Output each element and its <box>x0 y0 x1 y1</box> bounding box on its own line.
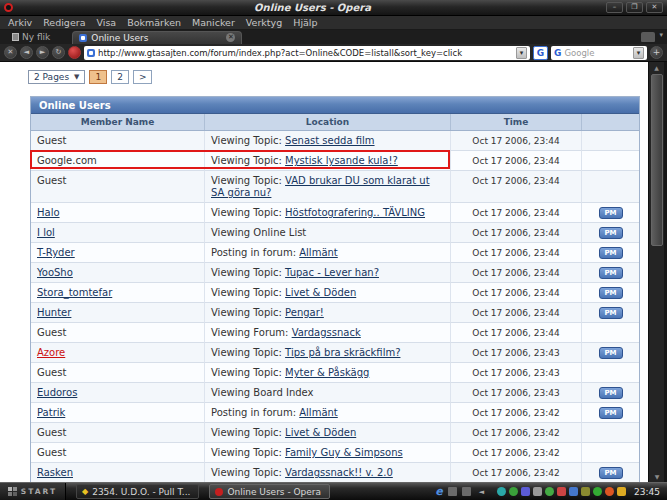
time-cell: Oct 17 2006, 23:44 <box>451 303 582 323</box>
pm-button[interactable]: PM <box>599 267 623 279</box>
member-link[interactable]: Hunter <box>37 307 71 318</box>
location-cell: Viewing Topic: Livet & Döden <box>205 423 451 443</box>
forward-button[interactable]: ► <box>36 46 49 59</box>
location-topic-link[interactable]: Family Guy & Simpsons <box>285 447 403 458</box>
pm-button[interactable]: PM <box>599 387 623 399</box>
url-input[interactable]: http://www.gtasajten.com/forum/index.php… <box>84 46 530 60</box>
tray-icon-green2[interactable] <box>593 487 602 496</box>
pm-button[interactable]: PM <box>599 467 623 479</box>
start-button[interactable]: Start <box>0 483 66 500</box>
location-cell: Viewing Forum: Vardagssnack <box>205 323 451 343</box>
pm-button[interactable]: PM <box>599 287 623 299</box>
location-topic-link[interactable]: Mystisk lysande kula!? <box>285 155 398 166</box>
close-button[interactable]: ✕ <box>646 2 663 13</box>
member-link[interactable]: I lol <box>37 227 55 238</box>
tray-icon-flame[interactable] <box>605 487 614 496</box>
member-link[interactable]: YooSho <box>37 267 73 278</box>
location-topic-link[interactable]: Allmänt <box>299 247 338 258</box>
task-button-opera[interactable]: Online Users - Opera <box>209 484 330 499</box>
member-name-cell: Hunter <box>31 303 205 323</box>
window-titlebar: Online Users - Opera – ❐ ✕ <box>0 0 667 16</box>
page-2-button[interactable]: 2 <box>111 70 129 84</box>
menu-bokmarken[interactable]: Bokmärken <box>127 17 181 28</box>
tab-close-icon[interactable]: ✕ <box>226 33 235 42</box>
location-topic-link[interactable]: Livet & Döden <box>285 287 356 298</box>
tray-icon-yellow[interactable] <box>617 487 626 496</box>
menu-manicker[interactable]: Manicker <box>192 17 235 28</box>
quick-launch-icon[interactable] <box>462 487 471 496</box>
menu-hjalp[interactable]: Hjälp <box>293 17 317 28</box>
member-link[interactable]: Eudoros <box>37 387 77 398</box>
go-button[interactable]: + <box>650 46 663 59</box>
pm-button[interactable]: PM <box>599 227 623 239</box>
internet-explorer-icon[interactable]: e <box>435 485 442 498</box>
restore-button[interactable]: ❐ <box>626 2 643 13</box>
member-link[interactable]: Azore <box>37 347 65 358</box>
address-bar: ✕ ◄ ► ↻ http://www.gtasajten.com/forum/i… <box>0 44 667 62</box>
show-desktop-icon[interactable] <box>448 487 457 496</box>
menu-verktyg[interactable]: Verktyg <box>246 17 282 28</box>
time-cell: Oct 17 2006, 23:44 <box>451 283 582 303</box>
pm-button[interactable]: PM <box>599 407 623 419</box>
tray-icon-green-person[interactable] <box>545 487 554 496</box>
window-scrollbar[interactable]: ▲ ▼ <box>648 62 664 482</box>
location-topic-link[interactable]: Senast sedda film <box>285 135 374 146</box>
page-1-button[interactable]: 1 <box>89 70 107 84</box>
scroll-down-icon[interactable]: ▼ <box>649 471 665 482</box>
member-name-cell: Guest <box>31 363 205 383</box>
pm-button[interactable]: PM <box>599 347 623 359</box>
column-time: Time <box>451 114 582 130</box>
tray-icon-indigo[interactable] <box>521 487 530 496</box>
member-link[interactable]: Rasken <box>37 467 73 478</box>
location-topic-link[interactable]: Tips på bra skräckfilm? <box>285 347 400 358</box>
search-input[interactable]: G Google ▾ <box>551 46 647 60</box>
search-dropdown-caret[interactable]: ▾ <box>633 47 644 59</box>
location-topic-link[interactable]: Livet & Döden <box>285 427 356 438</box>
location-topic-link[interactable]: Myter & Påskägg <box>285 367 369 378</box>
time-cell: Oct 17 2006, 23:43 <box>451 363 582 383</box>
location-topic-link[interactable]: Tupac - Lever han? <box>285 267 379 278</box>
home-button[interactable] <box>68 46 81 59</box>
location-topic-link[interactable]: Vardagssnack!! v. 2.0 <box>285 467 393 478</box>
table-row: I lol Viewing Online List Oct 17 2006, 2… <box>31 223 639 243</box>
location-topic-link[interactable]: Pengar! <box>285 307 324 318</box>
new-tab-button[interactable]: Ny flik <box>4 32 58 42</box>
member-link[interactable]: T-Ryder <box>37 247 75 258</box>
next-page-button[interactable]: > <box>133 70 153 84</box>
pm-button[interactable]: PM <box>599 207 623 219</box>
closed-tabs-trash-icon[interactable] <box>641 32 655 42</box>
location-topic-link[interactable]: Allmänt <box>299 407 338 418</box>
scrollbar-thumb[interactable] <box>651 74 663 246</box>
table-row: Guest Viewing Topic: Family Guy & Simpso… <box>31 443 639 463</box>
pm-button[interactable]: PM <box>599 307 623 319</box>
tray-icon-green[interactable] <box>509 487 518 496</box>
google-button[interactable]: G <box>533 46 548 60</box>
location-topic-link[interactable]: Vardagssnack <box>292 327 361 338</box>
toolbar-expand-icon[interactable]: ◄ <box>479 488 484 496</box>
menu-visa[interactable]: Visa <box>96 17 116 28</box>
url-dropdown-caret[interactable]: ▾ <box>516 47 527 59</box>
tray-icon-gray-shield[interactable] <box>533 487 542 496</box>
tray-icon-blue-monitor[interactable] <box>569 487 578 496</box>
task-button-winamp[interactable]: ◆ 2354. U.D.O. - Pull T... <box>76 484 199 499</box>
menu-arkiv[interactable]: Arkiv <box>8 17 32 28</box>
pages-dropdown[interactable]: 2 Pages ▼ <box>28 70 85 84</box>
location-topic-link[interactable]: Höstfotografering.. TÄVLING <box>285 207 425 218</box>
pm-cell: PM <box>582 463 639 482</box>
back-button[interactable]: ◄ <box>20 46 33 59</box>
tray-icon-olive[interactable] <box>581 487 590 496</box>
tray-icon-teal[interactable] <box>497 487 506 496</box>
pm-button[interactable]: PM <box>599 247 623 259</box>
tab-online-users[interactable]: Online Users ✕ <box>72 31 242 44</box>
minimize-button[interactable]: – <box>606 2 623 13</box>
menu-redigera[interactable]: Redigera <box>43 17 85 28</box>
tray-icon-red-shield[interactable] <box>557 487 566 496</box>
reload-button[interactable]: ↻ <box>52 46 65 59</box>
member-link[interactable]: Halo <box>37 207 60 218</box>
table-row: Stora_tomtefar Viewing Topic: Livet & Dö… <box>31 283 639 303</box>
time-cell: Oct 17 2006, 23:42 <box>451 423 582 443</box>
member-link[interactable]: Patrik <box>37 407 65 418</box>
scroll-up-icon[interactable]: ▲ <box>649 62 664 73</box>
member-link[interactable]: Stora_tomtefar <box>37 287 112 298</box>
stop-button[interactable]: ✕ <box>4 46 17 59</box>
